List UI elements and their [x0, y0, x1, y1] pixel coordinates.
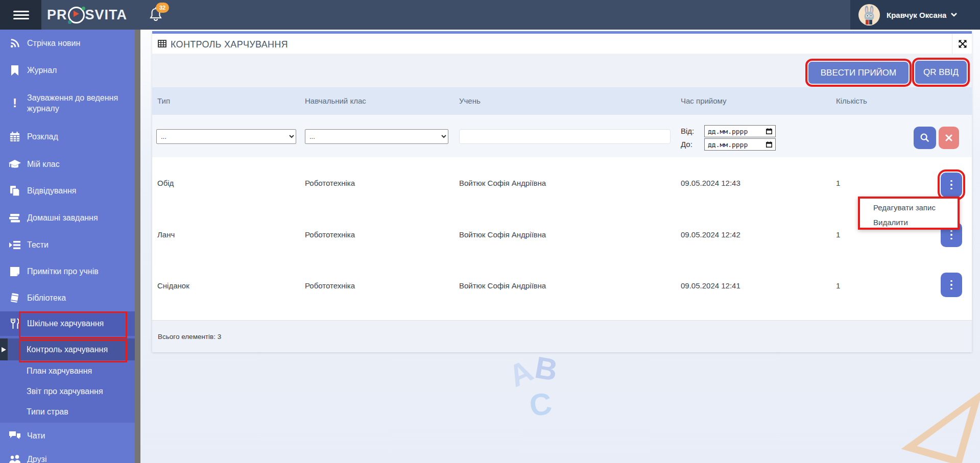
sidebar-item-journal-remarks[interactable]: ! Зауваження до ведення журналу: [0, 84, 135, 123]
column-type: Тип: [157, 87, 170, 115]
user-name: Кравчук Оксана: [887, 11, 946, 19]
panel-header: КОНТРОЛЬ ХАРЧУВАННЯ: [152, 34, 972, 54]
cell-student: Войтюк Софія Андріївна: [459, 260, 546, 310]
cell-class: Робототехніка: [305, 208, 355, 260]
hamburger-line: [13, 18, 29, 19]
total-elements-text: Всього елементів: 3: [158, 333, 221, 340]
chevron-down-icon: [950, 12, 958, 17]
date-from-label: Від:: [681, 127, 694, 135]
sidebar-item-chats[interactable]: Чати: [0, 423, 135, 449]
table-grid-icon: [158, 40, 166, 47]
top-bar: PR SVITA 32 Кравчук Оксан: [0, 0, 980, 30]
calendar-icon: [766, 141, 773, 148]
calendar-icon: [9, 131, 21, 143]
table-row: Сніданок Робототехніка Войтюк Софія Андр…: [152, 260, 972, 311]
date-from-input[interactable]: дд.мм.рррр: [704, 125, 776, 137]
graduation-cap-icon: [9, 158, 21, 170]
cell-quantity: 1: [836, 208, 840, 260]
cell-quantity: 1: [836, 260, 840, 310]
table-row: Ланч Робототехніка Войтюк Софія Андріївн…: [152, 208, 972, 261]
cell-student: Войтюк Софія Андріївна: [459, 157, 546, 208]
date-to-input[interactable]: дд.мм.рррр: [704, 138, 776, 151]
search-icon: [920, 133, 930, 143]
cell-student: Войтюк Софія Андріївна: [459, 208, 546, 260]
watermark-letter: C: [527, 385, 554, 423]
sidebar-item-schedule[interactable]: Розклад: [0, 123, 135, 151]
enter-intake-button[interactable]: ВВЕСТИ ПРИЙОМ: [808, 62, 909, 84]
active-item-marker-icon: [0, 338, 8, 360]
row-actions-kebab-button[interactable]: [941, 273, 962, 297]
cell-type: Обід: [157, 157, 174, 208]
expand-icon[interactable]: [958, 39, 968, 49]
kebab-icon: [944, 280, 959, 290]
notification-count-badge: 32: [156, 3, 169, 13]
menu-item-delete[interactable]: Видалити: [860, 215, 958, 230]
sidebar-item-homework[interactable]: Домашні завдання: [0, 204, 135, 231]
rss-icon: [9, 37, 21, 50]
table-filter-row: ... ... Від: До: дд.мм.рррр дд.мм.рррр: [152, 115, 972, 157]
ruler-watermark: [886, 367, 980, 463]
meal-control-panel: КОНТРОЛЬ ХАРЧУВАННЯ ВВЕСТИ ПРИЙОМ QR ВВІ…: [152, 31, 972, 352]
sidebar-item-school-meals[interactable]: Шкільне харчування: [0, 311, 135, 336]
type-filter-select[interactable]: ...: [156, 129, 296, 144]
close-icon: [945, 134, 952, 141]
cell-type: Сніданок: [157, 260, 189, 310]
cell-class: Робототехніка: [305, 260, 355, 310]
cell-time: 09.05.2024 12:43: [681, 157, 740, 208]
sidebar-item-dish-types[interactable]: Типи страв: [0, 401, 135, 423]
attendance-icon: [9, 185, 21, 197]
menu-item-edit-record[interactable]: Редагувати запис: [860, 200, 958, 215]
sidebar-item-tests[interactable]: Тести: [0, 231, 135, 258]
clear-filter-button[interactable]: [939, 127, 959, 149]
qr-input-button[interactable]: QR ВВІД: [915, 61, 967, 84]
table-bottom-gap: [152, 310, 972, 320]
cell-quantity: 1: [836, 157, 840, 208]
sidebar-item-news-feed[interactable]: Стрічка новин: [0, 30, 135, 57]
sidebar-item-my-class[interactable]: Мій клас: [0, 151, 135, 178]
table-header-row: Тип Навчальний клас Учень Час прийому Кі…: [152, 87, 972, 115]
sidebar-item-meal-plan[interactable]: План харчування: [0, 360, 135, 382]
logo-text-post: SVITA: [85, 7, 128, 23]
friends-icon: [9, 453, 21, 463]
cell-time: 09.05.2024 12:42: [681, 208, 740, 260]
sidebar-item-attendance[interactable]: Відвідування: [0, 178, 135, 204]
exclamation-icon: !: [9, 97, 21, 109]
logo-circle-icon: [68, 7, 85, 23]
date-to-label: До:: [681, 140, 692, 149]
sidebar-item-library[interactable]: Бібліотека: [0, 285, 135, 311]
sidebar-item-meal-report[interactable]: Звіт про харчування: [0, 382, 135, 401]
prosvita-logo: PR SVITA: [47, 0, 127, 30]
avatar: [858, 4, 880, 26]
meals-icon: [9, 318, 21, 330]
meals-submenu: Контроль харчування План харчування Звіт…: [0, 336, 135, 423]
panel-footer: Всього елементів: 3: [152, 320, 972, 352]
user-menu[interactable]: Кравчук Оксана: [850, 0, 980, 30]
sidebar-item-student-notes[interactable]: Примітки про учнів: [0, 258, 135, 285]
hamburger-line: [13, 11, 29, 12]
hamburger-line: [13, 14, 29, 16]
student-filter-input[interactable]: [459, 129, 671, 144]
content-scrollbar[interactable]: [135, 30, 140, 463]
logo-text-pre: PR: [47, 7, 67, 23]
row-actions-kebab-button[interactable]: [941, 173, 962, 197]
column-student: Учень: [459, 87, 481, 115]
column-class: Навчальний клас: [305, 87, 366, 115]
kebab-icon: [944, 180, 959, 190]
sidebar-item-journal[interactable]: Журнал: [0, 57, 135, 84]
tests-icon: [9, 239, 21, 251]
sidebar-item-meal-control[interactable]: Контроль харчування: [0, 338, 135, 360]
calendar-icon: [766, 128, 773, 135]
column-time: Час прийому: [681, 87, 727, 115]
search-button[interactable]: [914, 127, 936, 149]
class-filter-select[interactable]: ...: [305, 129, 448, 144]
table-row: Обід Робототехніка Войтюк Софія Андріївн…: [152, 157, 972, 209]
library-icon: [9, 292, 21, 304]
sidebar-item-friends[interactable]: Друзі: [0, 449, 135, 463]
notes-icon: [9, 265, 21, 278]
homework-icon: [9, 212, 21, 224]
header-divider: [952, 34, 952, 54]
cell-time: 09.05.2024 12:41: [681, 260, 740, 310]
cell-class: Робототехніка: [305, 157, 355, 208]
kebab-icon: [944, 230, 959, 240]
hamburger-menu-button[interactable]: [0, 0, 41, 30]
